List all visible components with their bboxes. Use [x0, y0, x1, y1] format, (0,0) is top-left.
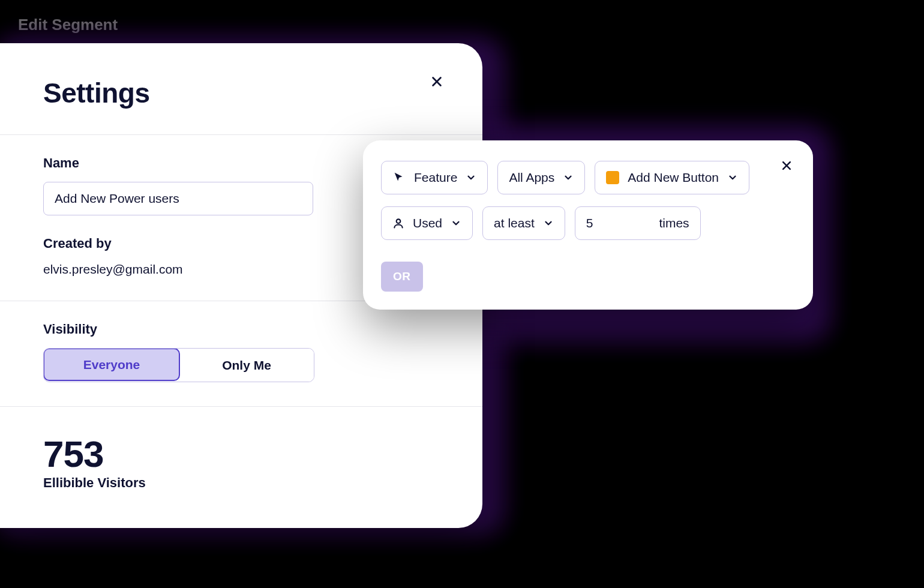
usage-verb-label: Used — [413, 216, 442, 230]
eligible-count: 753 — [43, 436, 439, 473]
rule-panel: Feature All Apps Add New Button Used — [363, 140, 813, 310]
chevron-down-icon — [466, 172, 476, 183]
comparator-label: at least — [494, 216, 535, 230]
close-icon — [781, 160, 793, 172]
feature-dropdown[interactable]: Add New Button — [595, 161, 749, 194]
settings-header: Settings — [0, 43, 482, 135]
threshold-unit: times — [659, 216, 689, 230]
chevron-down-icon — [563, 172, 574, 183]
rule-row-2: Used at least 5 times — [381, 206, 795, 240]
eligible-label: Ellibible Visitors — [43, 475, 439, 491]
visibility-option-only-me[interactable]: Only Me — [179, 349, 314, 382]
svg-point-4 — [397, 219, 401, 223]
visibility-section: Visibility Everyone Only Me — [0, 301, 482, 407]
close-button[interactable] — [427, 72, 446, 91]
usage-verb-dropdown[interactable]: Used — [381, 206, 473, 240]
chevron-down-icon — [543, 218, 554, 229]
rule-close-button[interactable] — [778, 157, 795, 174]
chevron-down-icon — [451, 218, 461, 229]
feature-color-swatch — [606, 171, 619, 184]
app-scope-label: All Apps — [509, 170, 554, 185]
threshold-field[interactable]: 5 times — [575, 206, 701, 240]
or-button[interactable]: OR — [381, 262, 423, 292]
user-icon — [392, 217, 404, 229]
page-title: Edit Segment — [18, 16, 118, 34]
close-icon — [430, 75, 443, 88]
visibility-option-everyone[interactable]: Everyone — [43, 348, 180, 381]
app-scope-dropdown[interactable]: All Apps — [497, 161, 585, 194]
filter-type-dropdown[interactable]: Feature — [381, 161, 488, 194]
feature-label: Add New Button — [628, 170, 719, 185]
visibility-label: Visibility — [43, 322, 439, 337]
rule-row-1: Feature All Apps Add New Button — [381, 161, 795, 194]
chevron-down-icon — [727, 172, 738, 183]
threshold-value: 5 — [586, 216, 593, 230]
cursor-icon — [392, 171, 406, 184]
comparator-dropdown[interactable]: at least — [482, 206, 565, 240]
name-input[interactable] — [43, 182, 313, 215]
visibility-toggle: Everyone Only Me — [43, 348, 314, 382]
filter-type-label: Feature — [414, 170, 457, 185]
settings-title: Settings — [43, 77, 439, 109]
stat-section: 753 Ellibible Visitors — [0, 407, 482, 520]
